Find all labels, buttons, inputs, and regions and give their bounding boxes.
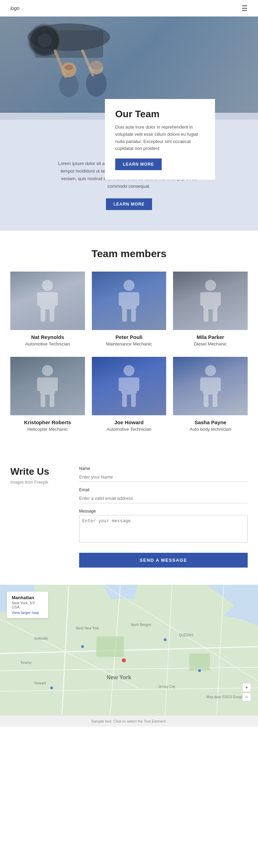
svg-rect-45 <box>216 377 221 391</box>
svg-point-7 <box>86 70 107 97</box>
hamburger-menu-icon[interactable]: ☰ <box>241 4 248 12</box>
member-name-1: Peter Pouli <box>92 334 166 340</box>
svg-text:West New York: West New York <box>76 626 99 630</box>
message-field-group: Message <box>79 509 248 544</box>
svg-point-67 <box>198 669 201 672</box>
name-label: Name <box>79 466 248 471</box>
map-zoom-controls: + − <box>242 683 251 702</box>
svg-rect-32 <box>37 377 42 391</box>
svg-point-30 <box>42 365 53 376</box>
svg-rect-26 <box>200 292 205 306</box>
svg-rect-34 <box>41 394 45 407</box>
svg-rect-63 <box>189 653 210 671</box>
svg-rect-31 <box>40 377 55 395</box>
member-photo-4 <box>92 357 166 415</box>
hero-section: Our Team Duis aute irure dolor in repreh… <box>0 17 258 120</box>
member-photo-0 <box>10 272 85 330</box>
name-input[interactable] <box>79 472 248 482</box>
svg-point-12 <box>42 280 53 291</box>
svg-rect-21 <box>135 292 139 306</box>
map-section: New York Kearny Newark QUEENS North Berg… <box>0 585 258 715</box>
svg-rect-27 <box>216 292 221 306</box>
member-name-4: Joe Howard <box>92 419 166 425</box>
svg-rect-25 <box>203 292 218 309</box>
svg-text:Jersey City: Jersey City <box>158 685 175 689</box>
hero-text-box: Our Team Duis aute irure dolor in repreh… <box>105 99 215 180</box>
svg-rect-23 <box>131 309 136 322</box>
team-title: Team members <box>10 248 248 260</box>
site-header: logo ☰ <box>0 0 258 17</box>
member-role-2: Diesel Mechanic <box>173 341 248 347</box>
svg-rect-22 <box>122 309 127 322</box>
svg-rect-19 <box>121 292 137 309</box>
svg-rect-44 <box>200 377 205 391</box>
contact-left: Write Us Images from Freepik <box>10 466 65 568</box>
svg-point-24 <box>205 280 216 291</box>
svg-rect-29 <box>213 309 217 322</box>
contact-form: Name Email Message SEND A MESSAGE <box>79 466 248 568</box>
map-zoom-in-button[interactable]: + <box>242 683 251 692</box>
hero-learn-more-button[interactable]: LEARN MORE <box>115 158 162 170</box>
member-name-3: Kristopher Roberts <box>10 419 85 425</box>
svg-rect-17 <box>50 309 54 322</box>
svg-point-18 <box>123 280 135 291</box>
svg-rect-40 <box>122 394 127 407</box>
svg-rect-13 <box>40 292 55 309</box>
message-input[interactable] <box>79 515 248 542</box>
svg-rect-37 <box>121 377 137 395</box>
team-member: Mila ParkerDiesel Mechanic <box>173 272 248 347</box>
message-label: Message <box>79 509 248 514</box>
svg-text:Map data ©2023 Google: Map data ©2023 Google <box>206 695 244 699</box>
svg-rect-20 <box>119 292 123 306</box>
team-member: Peter PouliMaintenance Mechanic <box>92 272 166 347</box>
svg-rect-15 <box>53 292 58 306</box>
svg-rect-43 <box>203 377 218 395</box>
svg-point-68 <box>50 686 53 689</box>
member-role-1: Maintenance Mechanic <box>92 341 166 347</box>
contact-section: Write Us Images from Freepik Name Email … <box>0 449 258 585</box>
team-member: Nat ReynoldsAutomotive Technician <box>10 272 85 347</box>
email-label: Email <box>79 487 248 492</box>
svg-point-36 <box>123 365 135 376</box>
name-field-group: Name <box>79 466 248 482</box>
hero-illustration <box>0 17 258 113</box>
svg-text:Kearny: Kearny <box>21 661 32 664</box>
svg-text:New York: New York <box>107 674 131 680</box>
svg-rect-41 <box>131 394 136 407</box>
hero-title: Our Team <box>115 109 205 120</box>
member-photo-2 <box>173 272 248 330</box>
member-role-3: Helicopter Mechanic <box>10 427 85 432</box>
member-role-0: Automotive Technician <box>10 341 85 347</box>
hero-image <box>0 17 258 113</box>
bottom-bar: Sample text. Click to select the Text El… <box>0 715 258 727</box>
site-logo: logo <box>10 6 19 11</box>
contact-title: Write Us <box>10 466 65 477</box>
svg-rect-38 <box>119 377 123 391</box>
member-role-4: Automotive Technician <box>92 427 166 432</box>
team-member: Sasha PayneAuto body technician <box>173 357 248 432</box>
member-name-2: Mila Parker <box>173 334 248 340</box>
about-learn-more-button[interactable]: LEARN MORE <box>106 198 152 210</box>
email-field-group: Email <box>79 487 248 503</box>
hero-description: Duis aute irure dolor in reprehenderit i… <box>115 124 205 152</box>
map-info-box: Manhattan New York, NY USA View larger m… <box>7 592 48 618</box>
svg-rect-33 <box>53 377 58 391</box>
svg-rect-35 <box>50 394 54 407</box>
team-member: Joe HowardAutomotive Technician <box>92 357 166 432</box>
svg-point-66 <box>164 638 166 641</box>
svg-rect-46 <box>204 394 208 407</box>
svg-point-65 <box>81 645 84 648</box>
footer-text: Sample text. Click to select the Text El… <box>91 719 167 723</box>
svg-rect-62 <box>96 636 124 657</box>
map-view-larger-link[interactable]: View larger map <box>12 611 43 615</box>
svg-point-6 <box>65 65 73 70</box>
svg-point-3 <box>38 34 52 47</box>
svg-text:Newark: Newark <box>34 681 46 685</box>
svg-rect-39 <box>135 377 139 391</box>
send-message-button[interactable]: SEND A MESSAGE <box>79 553 248 568</box>
member-name-0: Nat Reynolds <box>10 334 85 340</box>
svg-rect-28 <box>204 309 208 322</box>
svg-text:QUEENS: QUEENS <box>179 633 194 637</box>
email-input[interactable] <box>79 494 248 503</box>
map-zoom-out-button[interactable]: − <box>242 693 251 702</box>
